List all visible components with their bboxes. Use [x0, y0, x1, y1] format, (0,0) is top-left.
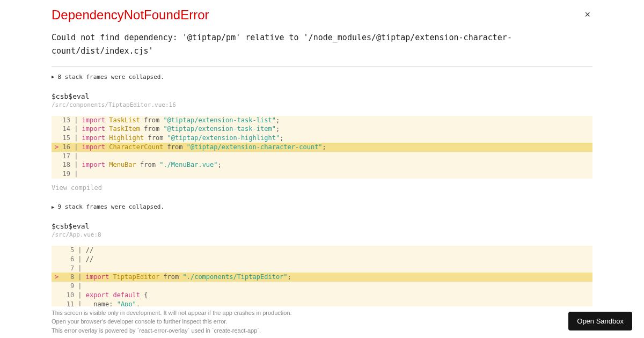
error-message: Could not find dependency: '@tiptap/pm' … [52, 31, 592, 58]
code-line: 5 | // [52, 246, 592, 255]
close-icon: × [584, 9, 590, 20]
error-overlay: DependencyNotFoundError × Could not find… [0, 0, 644, 338]
collapsed-frames-label: 8 stack frames were collapsed. [57, 74, 164, 80]
stack-file-location: /src/components/TiptapEditor.vue:16 [52, 101, 592, 108]
code-snippet: 5 | // 6 | // 7 | > 8 | import TiptapEdi… [52, 246, 592, 309]
collapsed-frames-toggle[interactable]: 9 stack frames were collapsed. [52, 203, 592, 210]
close-button[interactable]: × [582, 8, 592, 21]
footer-line: Open your browser's developer console to… [52, 317, 592, 326]
stack-function-name: $csb$eval [52, 222, 592, 230]
code-line: 19 | [52, 170, 592, 179]
code-line: > 16 | import CharacterCount from "@tipt… [52, 143, 592, 152]
code-line: 7 | [52, 264, 592, 273]
stack-file-location: /src/App.vue:8 [52, 231, 592, 238]
code-line: 18 | import MenuBar from "./MenuBar.vue"… [52, 160, 592, 170]
code-line: 15 | import Highlight from "@tiptap/exte… [52, 134, 592, 143]
footer-notice: This screen is visible only in developme… [52, 306, 592, 339]
open-sandbox-button[interactable]: Open Sandbox [568, 312, 632, 330]
header-row: DependencyNotFoundError × [52, 8, 592, 23]
view-compiled-link[interactable]: View compiled [52, 184, 592, 192]
error-title: DependencyNotFoundError [52, 8, 209, 23]
code-line: > 8 | import TiptapEditor from "./compon… [52, 273, 592, 282]
collapsed-frames-toggle[interactable]: 8 stack frames were collapsed. [52, 74, 592, 80]
footer-line: This error overlay is powered by `react-… [52, 326, 592, 335]
footer-line: This screen is visible only in developme… [52, 308, 592, 318]
divider [52, 67, 592, 67]
code-line: 6 | // [52, 255, 592, 264]
code-line: 9 | [52, 282, 592, 291]
collapsed-frames-label: 9 stack frames were collapsed. [57, 203, 164, 210]
code-line: 17 | [52, 152, 592, 161]
code-snippet: 13 | import TaskList from "@tiptap/exten… [52, 116, 592, 179]
code-line: 13 | import TaskList from "@tiptap/exten… [52, 116, 592, 125]
code-line: 10 | export default { [52, 291, 592, 300]
stack-function-name: $csb$eval [52, 92, 592, 100]
code-line: 14 | import TaskItem from "@tiptap/exten… [52, 124, 592, 134]
